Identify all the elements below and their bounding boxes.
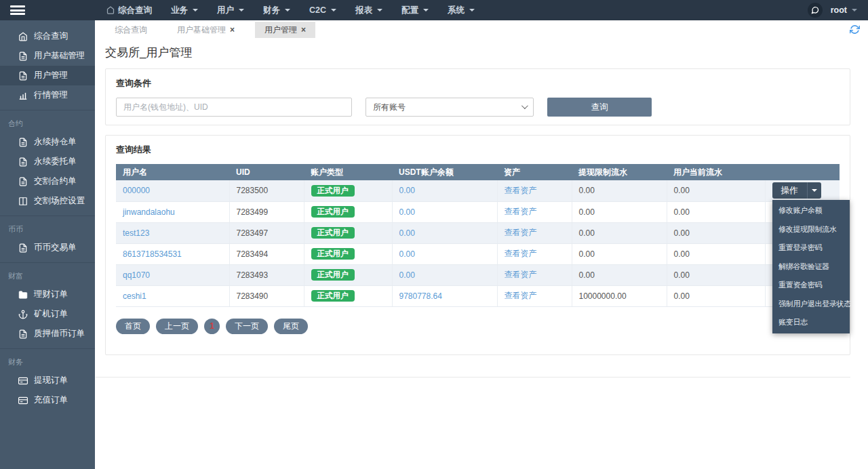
withdraw-limit-cell: 0.00 xyxy=(572,243,667,264)
action-split-button[interactable]: 操作 xyxy=(772,182,821,199)
sidebar-item-market-mgmt[interactable]: 行情管理 xyxy=(0,85,95,105)
nav-item-overview[interactable]: 综合查询 xyxy=(97,0,161,20)
usdt-balance-link[interactable]: 9780778.64 xyxy=(399,291,442,301)
pagination-current-page[interactable]: 1 xyxy=(204,319,220,334)
nav-item-business[interactable]: 业务 xyxy=(161,0,208,20)
username-link[interactable]: 000000 xyxy=(123,186,150,195)
footer-divider xyxy=(96,377,850,378)
view-assets-link[interactable]: 查看资产 xyxy=(505,207,537,216)
view-assets-link[interactable]: 查看资产 xyxy=(505,228,537,237)
sidebar-group-label: 合约 xyxy=(0,114,95,132)
sidebar-item-delivery-contracts[interactable]: 交割合约单 xyxy=(0,171,95,191)
columns-icon xyxy=(18,197,28,206)
bar-chart-icon xyxy=(18,91,28,100)
pagination-prev-button[interactable]: 上一页 xyxy=(156,319,198,334)
sidebar-item-withdraw-orders[interactable]: 提现订单 xyxy=(0,371,95,390)
results-table: 用户名 UID 账户类型 USDT账户余额 资产 提现限制流水 用户当前流水 0… xyxy=(116,164,840,307)
sidebar-item-overview[interactable]: 综合查询 xyxy=(0,26,95,46)
action-menu-item-modify-balance[interactable]: 修改账户余额 xyxy=(772,201,850,220)
sidebar-item-miner-orders[interactable]: 矿机订单 xyxy=(0,304,95,324)
chevron-down-icon xyxy=(521,102,528,109)
action-menu-item-modify-withdraw-limit[interactable]: 修改提现限制流水 xyxy=(772,220,850,239)
user-menu[interactable]: root xyxy=(831,5,857,15)
hamburger-menu-icon[interactable] xyxy=(10,5,25,15)
sidebar-item-user-basic-mgmt[interactable]: 用户基础管理 xyxy=(0,46,95,66)
action-menu-item-reset-login-password[interactable]: 重置登录密码 xyxy=(772,239,850,258)
action-caret-button[interactable] xyxy=(808,182,821,199)
current-flow-cell: 0.00 xyxy=(667,264,765,285)
nav-item-users[interactable]: 用户 xyxy=(208,0,254,20)
usdt-balance-link[interactable]: 0.00 xyxy=(399,249,415,259)
pagination-first-button[interactable]: 首页 xyxy=(116,319,150,334)
anchor-icon xyxy=(18,310,28,319)
col-withdraw-limit-flow: 提现限制流水 xyxy=(572,164,667,180)
main-content: 综合查询 用户基础管理 × 用户管理 × 交易所_用户管理 查询条件 所有账号 … xyxy=(95,20,868,469)
col-account-type: 账户类型 xyxy=(304,164,392,180)
nav-item-config[interactable]: 配置 xyxy=(392,0,438,20)
sidebar-item-pledge-loan-orders[interactable]: 质押借币订单 xyxy=(0,324,95,344)
file-text-icon xyxy=(18,243,28,253)
sidebar-item-deposit-orders[interactable]: 充值订单 xyxy=(0,390,95,410)
sidebar-item-delivery-risk-settings[interactable]: 交割场控设置 xyxy=(0,191,95,211)
sidebar-group: 综合查询 用户基础管理 用户管理 行情管理 xyxy=(0,23,95,110)
nav-item-reports[interactable]: 报表 xyxy=(346,0,392,20)
tab-user-basic-mgmt[interactable]: 用户基础管理 × xyxy=(167,22,244,38)
sidebar-group: 财富 理财订单 矿机订单 质押借币订单 xyxy=(0,263,95,349)
search-button[interactable]: 查询 xyxy=(547,98,652,117)
sidebar-item-perpetual-positions[interactable]: 永续持仓单 xyxy=(0,132,95,152)
top-navbar: 综合查询 业务 用户 财务 C2C 报表 配置 系统 root xyxy=(0,0,868,20)
action-menu-item-unbind-google-auth[interactable]: 解绑谷歌验证器 xyxy=(772,258,850,277)
username-link[interactable]: qq1070 xyxy=(123,270,150,280)
table-row: qq1070 7283493 正式用户 0.00 查看资产 0.00 0.00 xyxy=(116,264,840,285)
close-icon[interactable]: × xyxy=(230,25,235,35)
keyword-input[interactable] xyxy=(116,98,352,117)
view-assets-link[interactable]: 查看资产 xyxy=(505,186,537,195)
refresh-icon[interactable] xyxy=(850,24,860,35)
action-menu-item-balance-log[interactable]: 账变日志 xyxy=(772,313,850,332)
current-flow-cell: 0.00 xyxy=(667,243,765,264)
nav-item-c2c[interactable]: C2C xyxy=(300,0,346,20)
action-menu-item-reset-fund-password[interactable]: 重置资金密码 xyxy=(772,276,850,295)
file-text-icon xyxy=(18,157,28,167)
usdt-balance-link[interactable]: 0.00 xyxy=(399,207,415,217)
usdt-balance-link[interactable]: 0.00 xyxy=(399,270,415,280)
credit-card-icon xyxy=(18,376,28,386)
sidebar-group-label: 财富 xyxy=(0,266,95,285)
account-type-badge: 正式用户 xyxy=(311,206,355,218)
chevron-down-icon xyxy=(469,9,475,12)
action-menu-item-force-logout[interactable]: 强制用户退出登录状态 xyxy=(772,295,850,314)
username-link[interactable]: 8613718534531 xyxy=(123,249,182,259)
file-text-icon xyxy=(18,177,28,186)
nav-item-system[interactable]: 系统 xyxy=(438,0,484,20)
tab-user-mgmt[interactable]: 用户管理 × xyxy=(255,22,315,38)
pagination-last-button[interactable]: 尾页 xyxy=(274,319,308,334)
usdt-balance-link[interactable]: 0.00 xyxy=(399,228,415,238)
nav-item-finance[interactable]: 财务 xyxy=(254,0,300,20)
tab-overview[interactable]: 综合查询 xyxy=(105,22,157,38)
sidebar-item-user-mgmt[interactable]: 用户管理 xyxy=(0,66,95,85)
page-title: 交易所_用户管理 xyxy=(105,45,868,60)
sidebar-group: 财务 提现订单 充值订单 xyxy=(0,349,95,415)
username-link[interactable]: jinwandalaohu xyxy=(123,207,175,217)
username-link[interactable]: ceshi1 xyxy=(123,291,146,301)
withdraw-limit-cell: 0.00 xyxy=(572,222,667,243)
sidebar-item-perpetual-orders[interactable]: 永续委托单 xyxy=(0,152,95,171)
current-flow-cell: 0.00 xyxy=(667,222,765,243)
view-assets-link[interactable]: 查看资产 xyxy=(505,291,537,300)
sidebar-item-spot-trades[interactable]: 币币交易单 xyxy=(0,238,95,258)
current-flow-cell: 0.00 xyxy=(667,285,765,306)
sidebar-item-wealth-orders[interactable]: 理财订单 xyxy=(0,285,95,304)
pagination-next-button[interactable]: 下一页 xyxy=(226,319,268,334)
username-link[interactable]: test123 xyxy=(123,228,149,238)
tab-bar: 综合查询 用户基础管理 × 用户管理 × xyxy=(95,22,868,38)
close-icon[interactable]: × xyxy=(301,25,306,35)
account-filter-select[interactable]: 所有账号 xyxy=(366,98,534,117)
sidebar-group-label: 财务 xyxy=(0,352,95,371)
usdt-balance-link[interactable]: 0.00 xyxy=(399,186,415,195)
table-row: 8613718534531 7283494 正式用户 0.00 查看资产 0.0… xyxy=(116,243,840,264)
messages-button[interactable] xyxy=(808,3,823,18)
results-panel-title: 查询结果 xyxy=(116,144,840,156)
file-text-icon xyxy=(18,71,28,81)
view-assets-link[interactable]: 查看资产 xyxy=(505,270,537,279)
view-assets-link[interactable]: 查看资产 xyxy=(505,249,537,258)
